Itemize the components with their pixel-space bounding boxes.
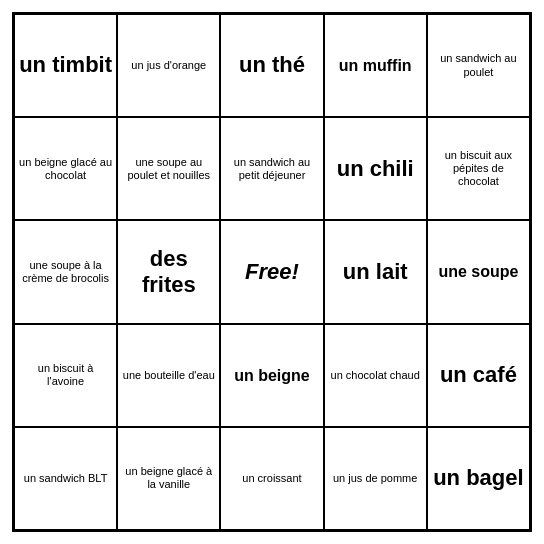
bingo-cell-4: un sandwich au poulet: [427, 14, 530, 117]
bingo-cell-24: un bagel: [427, 427, 530, 530]
bingo-cell-17: un beigne: [220, 324, 323, 427]
bingo-cell-16: une bouteille d'eau: [117, 324, 220, 427]
bingo-cell-13: un lait: [324, 220, 427, 323]
bingo-cell-0: un timbit: [14, 14, 117, 117]
bingo-cell-19: un café: [427, 324, 530, 427]
bingo-cell-20: un sandwich BLT: [14, 427, 117, 530]
bingo-cell-6: une soupe au poulet et nouilles: [117, 117, 220, 220]
bingo-cell-15: un biscuit à l'avoine: [14, 324, 117, 427]
bingo-cell-3: un muffin: [324, 14, 427, 117]
bingo-cell-9: un biscuit aux pépites de chocolat: [427, 117, 530, 220]
bingo-cell-21: un beigne glacé à la vanille: [117, 427, 220, 530]
bingo-cell-1: un jus d'orange: [117, 14, 220, 117]
bingo-cell-7: un sandwich au petit déjeuner: [220, 117, 323, 220]
bingo-cell-11: des frites: [117, 220, 220, 323]
bingo-cell-14: une soupe: [427, 220, 530, 323]
bingo-cell-12: Free!: [220, 220, 323, 323]
bingo-cell-10: une soupe à la crème de brocolis: [14, 220, 117, 323]
bingo-cell-5: un beigne glacé au chocolat: [14, 117, 117, 220]
bingo-cell-2: un thé: [220, 14, 323, 117]
bingo-cell-18: un chocolat chaud: [324, 324, 427, 427]
bingo-cell-23: un jus de pomme: [324, 427, 427, 530]
bingo-board: un timbitun jus d'orangeun théun muffinu…: [12, 12, 532, 532]
bingo-cell-8: un chili: [324, 117, 427, 220]
bingo-cell-22: un croissant: [220, 427, 323, 530]
